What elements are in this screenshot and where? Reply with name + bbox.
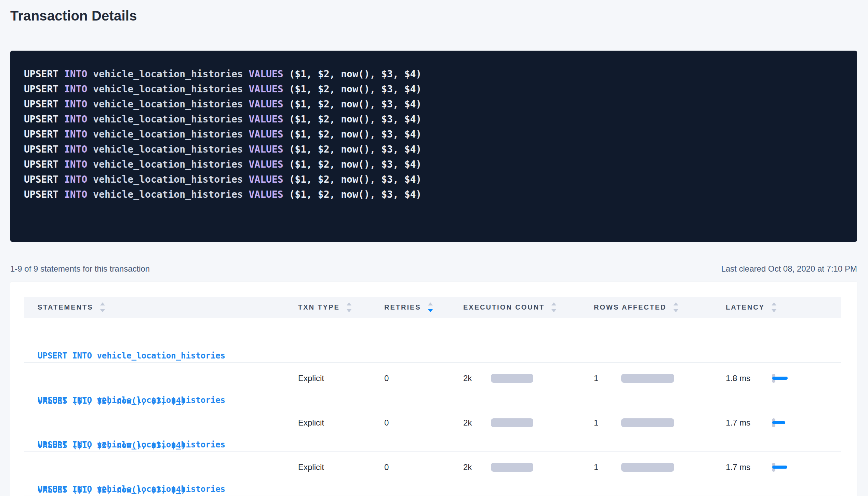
sort-asc-icon <box>772 302 776 305</box>
sql-statement-line: UPSERT INTO vehicle_location_histories V… <box>24 97 843 112</box>
sort-asc-icon <box>100 302 105 305</box>
column-header[interactable]: EXECUTION COUNT <box>463 302 594 312</box>
rows-affected-bar <box>621 418 674 427</box>
rows-affected-value: 1 <box>594 462 621 472</box>
sort-asc-icon <box>673 302 678 305</box>
statement-line1: UPSERT INTO vehicle_location_histories <box>38 482 225 496</box>
execution-count-cell: 2k <box>463 462 594 472</box>
column-header[interactable]: LATENCY <box>726 302 842 312</box>
sql-statement-line: UPSERT INTO vehicle_location_histories V… <box>24 187 843 202</box>
retries-cell: 0 <box>384 462 463 472</box>
retries-value: 0 <box>384 418 389 428</box>
sort-desc-icon <box>551 309 556 312</box>
statement-line1: UPSERT INTO vehicle_location_histories <box>38 348 225 363</box>
table-row: UPSERT INTO vehicle_location_histories V… <box>24 318 841 363</box>
latency-bar-chart <box>772 418 799 427</box>
txn-type-value: Explicit <box>298 374 324 383</box>
execution-count-value: 2k <box>463 462 491 472</box>
rows-affected-value: 1 <box>594 374 621 383</box>
sort-icons <box>673 302 678 312</box>
column-header-label: LATENCY <box>726 303 765 311</box>
sql-statement-line: UPSERT INTO vehicle_location_histories V… <box>24 142 843 157</box>
sql-statement-line: UPSERT INTO vehicle_location_histories V… <box>24 82 843 97</box>
column-header[interactable]: TXN TYPE <box>298 302 384 312</box>
sort-icons <box>772 302 776 312</box>
statement-count-text: 1-9 of 9 statements for this transaction <box>10 264 150 274</box>
column-header-label: TXN TYPE <box>298 303 340 311</box>
latency-value: 1.8 ms <box>726 374 772 383</box>
column-header[interactable]: STATEMENTS <box>24 302 298 312</box>
column-header-label: STATEMENTS <box>38 303 93 311</box>
latency-bar-chart <box>772 463 799 472</box>
execution-count-cell: 2k <box>463 374 594 383</box>
sql-statement-line: UPSERT INTO vehicle_location_histories V… <box>24 127 843 142</box>
sort-icons <box>347 302 351 312</box>
latency-value: 1.7 ms <box>726 418 772 428</box>
statement-line1: UPSERT INTO vehicle_location_histories <box>38 437 225 452</box>
execution-count-value: 2k <box>463 418 491 428</box>
statement-cell: UPSERT INTO vehicle_location_histories V… <box>24 452 298 496</box>
latency-bar-fill <box>772 466 787 469</box>
execution-count-bar <box>491 463 533 472</box>
sort-asc-icon <box>347 302 351 305</box>
sql-statement-line: UPSERT INTO vehicle_location_histories V… <box>24 112 843 127</box>
sql-statement-line: UPSERT INTO vehicle_location_histories V… <box>24 67 843 82</box>
table-row: UPSERT INTO vehicle_location_histories V… <box>24 452 841 496</box>
rows-affected-cell: 1 <box>594 462 726 472</box>
latency-cell: 1.8 ms <box>726 374 842 383</box>
rows-affected-value: 1 <box>594 418 621 428</box>
retries-value: 0 <box>384 374 389 383</box>
table-header-row: STATEMENTS TXN TYPE RETRIES EXECUTION CO… <box>24 297 841 318</box>
statements-table-card: STATEMENTS TXN TYPE RETRIES EXECUTION CO… <box>10 282 857 496</box>
summary-bar: 1-9 of 9 statements for this transaction… <box>10 264 857 274</box>
last-cleared-text: Last cleared Oct 08, 2020 at 7:10 PM <box>721 264 857 274</box>
sort-desc-icon <box>772 309 776 312</box>
table-row: UPSERT INTO vehicle_location_histories V… <box>24 363 841 407</box>
statement-line1: UPSERT INTO vehicle_location_histories <box>38 393 225 408</box>
column-header[interactable]: ROWS AFFECTED <box>594 302 726 312</box>
table-body: UPSERT INTO vehicle_location_histories V… <box>24 318 841 496</box>
sort-desc-icon <box>428 309 433 312</box>
rows-affected-cell: 1 <box>594 374 726 383</box>
sort-icons <box>428 302 433 312</box>
retries-cell: 0 <box>384 418 463 428</box>
sort-icons <box>100 302 105 312</box>
rows-affected-bar <box>621 374 674 383</box>
page-title: Transaction Details <box>10 8 857 24</box>
statement-link[interactable]: UPSERT INTO vehicle_location_histories V… <box>38 452 225 496</box>
sort-desc-icon <box>347 309 351 312</box>
execution-count-bar <box>491 418 533 427</box>
sort-asc-icon <box>551 302 556 305</box>
txn-type-cell: Explicit <box>298 374 384 383</box>
sort-desc-icon <box>673 309 678 312</box>
execution-count-value: 2k <box>463 374 491 383</box>
txn-type-value: Explicit <box>298 418 324 428</box>
txn-type-cell: Explicit <box>298 418 384 428</box>
latency-value: 1.7 ms <box>726 462 772 472</box>
column-header-label: ROWS AFFECTED <box>594 303 667 311</box>
retries-value: 0 <box>384 462 389 472</box>
sort-asc-icon <box>428 302 433 305</box>
sql-code-block: UPSERT INTO vehicle_location_histories V… <box>10 51 857 242</box>
table-row: UPSERT INTO vehicle_location_histories V… <box>24 407 841 452</box>
sql-statement-line: UPSERT INTO vehicle_location_histories V… <box>24 157 843 172</box>
retries-cell: 0 <box>384 374 463 383</box>
txn-type-value: Explicit <box>298 462 324 472</box>
execution-count-bar <box>491 374 533 383</box>
txn-type-cell: Explicit <box>298 462 384 472</box>
sort-icons <box>551 302 556 312</box>
latency-cell: 1.7 ms <box>726 418 842 428</box>
column-header[interactable]: RETRIES <box>384 302 463 312</box>
transaction-details-page: Transaction Details UPSERT INTO vehicle_… <box>0 0 868 496</box>
latency-cell: 1.7 ms <box>726 462 842 472</box>
column-header-label: RETRIES <box>384 303 421 311</box>
sort-desc-icon <box>100 309 105 312</box>
column-header-label: EXECUTION COUNT <box>463 303 545 311</box>
execution-count-cell: 2k <box>463 418 594 428</box>
rows-affected-bar <box>621 463 674 472</box>
latency-bar-fill <box>772 377 788 380</box>
sql-statement-line: UPSERT INTO vehicle_location_histories V… <box>24 172 843 187</box>
latency-bar-chart <box>772 374 799 383</box>
latency-bar-fill <box>772 421 785 424</box>
rows-affected-cell: 1 <box>594 418 726 428</box>
